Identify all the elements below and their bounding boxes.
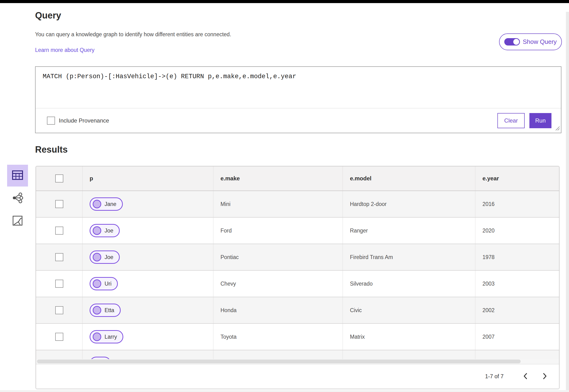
- table-row: Joe Ford Ranger 2020: [36, 218, 559, 244]
- cell-make: Ford: [213, 218, 343, 244]
- cell-model: Firebird Trans Am: [343, 244, 475, 270]
- table-row: Jane Mini Hardtop 2-door 2016: [36, 191, 559, 218]
- entity-node-icon: [93, 306, 101, 314]
- cell-model: Ranger: [343, 218, 475, 244]
- entity-node-icon: [93, 253, 101, 261]
- results-view-switcher: [7, 165, 28, 232]
- page-bottom-edge: [0, 390, 569, 392]
- entity-chip[interactable]: Joe: [90, 251, 120, 264]
- pagination-range: 1-7 of 7: [485, 373, 504, 380]
- table-header-row: p e.make e.model e.year: [36, 166, 559, 191]
- cell-model: [343, 350, 475, 359]
- link-chart-icon: [12, 193, 23, 204]
- cell-year: 2003: [475, 271, 559, 297]
- table-icon: [12, 170, 23, 181]
- cell-make: [213, 350, 343, 359]
- entity-chip[interactable]: Jane: [90, 197, 123, 211]
- row-checkbox[interactable]: [55, 226, 63, 235]
- previous-page-button[interactable]: [518, 369, 532, 384]
- cell-year: [475, 350, 559, 359]
- query-editor-panel: MATCH (p:Person)-[:HasVehicle]->(e) RETU…: [35, 66, 561, 133]
- tab-link-chart-view[interactable]: [7, 187, 28, 209]
- query-input[interactable]: MATCH (p:Person)-[:HasVehicle]->(e) RETU…: [36, 67, 561, 108]
- scrollbar-thumb[interactable]: [37, 360, 521, 363]
- table-row: Joe Pontiac Firebird Trans Am 1978: [36, 244, 559, 271]
- cell-make: Honda: [213, 297, 343, 323]
- column-header-year[interactable]: e.year: [475, 166, 559, 191]
- run-button[interactable]: Run: [529, 113, 552, 128]
- next-page-button[interactable]: [538, 369, 552, 384]
- chevron-left-icon: [523, 373, 528, 380]
- cell-make: Pontiac: [213, 244, 343, 270]
- cell-year: 2007: [475, 324, 559, 350]
- table-row-partial: [36, 350, 559, 359]
- entity-chip[interactable]: Joe: [90, 224, 120, 237]
- cell-year: 2002: [475, 297, 559, 323]
- page-description: You can query a knowledge graph to ident…: [35, 31, 231, 38]
- chevron-right-icon: [542, 373, 547, 380]
- page-vertical-scrollbar[interactable]: [566, 12, 569, 392]
- entity-node-icon: [93, 226, 101, 235]
- entity-chip[interactable]: [90, 357, 111, 359]
- column-header-make[interactable]: e.make: [213, 166, 343, 191]
- toggle-on-icon[interactable]: [504, 38, 520, 45]
- cell-model: Civic: [343, 297, 475, 323]
- table-body: Jane Mini Hardtop 2-door 2016 Joe Ford R…: [36, 191, 559, 359]
- cell-make: Chevy: [213, 271, 343, 297]
- select-all-checkbox[interactable]: [55, 174, 63, 182]
- include-provenance-label: Include Provenance: [59, 117, 109, 124]
- cell-year: 2020: [475, 218, 559, 244]
- clear-button[interactable]: Clear: [498, 113, 525, 128]
- cell-make: Toyota: [213, 324, 343, 350]
- resize-handle-icon[interactable]: [554, 125, 560, 132]
- cell-model: Silverado: [343, 271, 475, 297]
- results-title: Results: [35, 145, 68, 155]
- show-query-label: Show Query: [523, 38, 557, 45]
- row-checkbox[interactable]: [55, 200, 63, 208]
- column-header-p[interactable]: p: [83, 166, 213, 191]
- entity-node-icon: [93, 200, 101, 208]
- cell-year: 1978: [475, 244, 559, 270]
- cell-make: Mini: [213, 191, 343, 217]
- cell-model: Matrix: [343, 324, 475, 350]
- entity-chip[interactable]: Uri: [90, 277, 118, 290]
- map-icon: [12, 215, 23, 227]
- window-top-bar: [0, 0, 569, 3]
- cell-model: Hardtop 2-door: [343, 191, 475, 217]
- tab-table-view[interactable]: [7, 165, 28, 186]
- cell-year: 2016: [475, 191, 559, 217]
- entity-chip[interactable]: Etta: [90, 304, 121, 317]
- results-table: p e.make e.model e.year Jane Mini Hardto…: [36, 166, 559, 389]
- tab-map-view[interactable]: [7, 210, 28, 232]
- table-row: Larry Toyota Matrix 2007: [36, 324, 559, 350]
- row-checkbox[interactable]: [55, 280, 63, 288]
- learn-more-link[interactable]: Learn more about Query: [35, 47, 95, 53]
- show-query-toggle[interactable]: Show Query: [499, 33, 562, 50]
- row-checkbox[interactable]: [55, 333, 63, 341]
- row-checkbox[interactable]: [55, 306, 63, 314]
- include-provenance-checkbox[interactable]: [47, 117, 55, 125]
- entity-node-icon: [93, 280, 101, 288]
- row-checkbox[interactable]: [55, 253, 63, 261]
- table-horizontal-scrollbar[interactable]: [36, 359, 559, 364]
- entity-chip[interactable]: Larry: [90, 330, 123, 343]
- query-toolbar: Include Provenance Clear Run: [36, 108, 561, 133]
- toggle-knob: [513, 39, 519, 45]
- entity-node-icon: [93, 333, 101, 341]
- column-header-model[interactable]: e.model: [343, 166, 475, 191]
- table-row: Uri Chevy Silverado 2003: [36, 271, 559, 297]
- table-pagination: 1-7 of 7: [36, 364, 559, 389]
- page-title: Query: [35, 10, 61, 21]
- table-row: Etta Honda Civic 2002: [36, 297, 559, 324]
